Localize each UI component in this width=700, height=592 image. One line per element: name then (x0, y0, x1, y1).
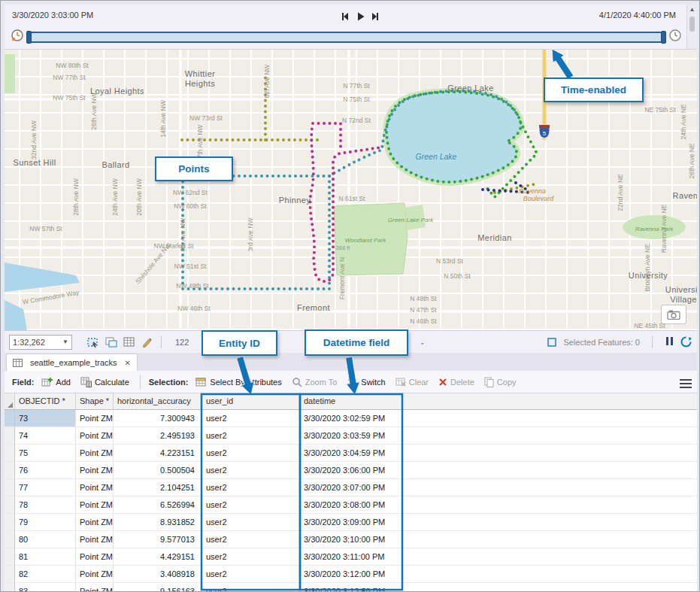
table-row[interactable]: 79Point ZM8.931852user23/30/2020 3:09:00… (5, 514, 697, 531)
zoom-to-button[interactable]: Zoom To (289, 375, 340, 389)
time-slider-track[interactable] (29, 32, 664, 43)
time-slider-start-handle[interactable] (26, 31, 32, 44)
column-header-objectid[interactable]: OBJECTID * (15, 393, 76, 410)
time-zone-icon[interactable] (668, 29, 682, 45)
column-header-horizontal-accuracy[interactable]: horizontal_accuracy (114, 393, 202, 410)
table-cell[interactable]: 74 (15, 427, 76, 445)
table-row[interactable]: 74Point ZM2.495193user23/30/2020 3:03:59… (5, 427, 697, 445)
table-cell[interactable]: 4.223151 (114, 445, 202, 462)
copy-button[interactable]: Copy (482, 375, 519, 389)
table-cell[interactable]: 3.408918 (114, 566, 202, 583)
table-cell[interactable]: 6.526994 (114, 496, 202, 514)
table-row[interactable]: 81Point ZM4.429151user23/30/2020 3:11:00… (5, 548, 697, 566)
table-cell[interactable]: 3/30/2020 3:02:59 PM (300, 410, 402, 427)
map-scale-select[interactable]: 1:32,262 ▼ (9, 335, 72, 350)
row-selector[interactable] (5, 548, 15, 566)
table-cell[interactable]: user2 (202, 548, 300, 566)
table-cell[interactable]: 2.104251 (114, 479, 202, 496)
table-cell[interactable]: user2 (202, 445, 300, 462)
table-cell[interactable]: 7.300943 (114, 410, 202, 427)
table-cell[interactable]: Point ZM (76, 566, 114, 583)
table-row[interactable]: 77Point ZM2.104251user23/30/2020 3:07:00… (5, 479, 697, 496)
table-cell[interactable]: user2 (202, 410, 300, 427)
table-cell[interactable]: user2 (202, 583, 300, 592)
row-selector[interactable] (5, 427, 15, 445)
table-cell[interactable]: 75 (15, 445, 76, 462)
table-grid-icon[interactable] (122, 335, 137, 350)
column-header-datetime[interactable]: datetime (300, 393, 402, 410)
table-cell[interactable]: Point ZM (76, 427, 114, 445)
table-row[interactable]: 80Point ZM9.577013user23/30/2020 3:10:00… (5, 531, 697, 548)
column-header-user-id[interactable]: user_id (202, 393, 300, 410)
table-cell[interactable]: user2 (202, 479, 300, 496)
table-cell[interactable]: 78 (15, 496, 76, 514)
time-settings-icon[interactable] (11, 29, 24, 45)
table-cell[interactable]: 3/30/2020 3:07:00 PM (300, 479, 402, 496)
table-cell[interactable]: 83 (15, 583, 76, 592)
table-cell[interactable]: 80 (15, 531, 76, 548)
table-cell[interactable]: 2.495193 (114, 427, 202, 445)
table-cell[interactable]: 3/30/2020 3:06:00 PM (300, 462, 402, 479)
table-cell[interactable]: Point ZM (76, 531, 114, 548)
select-by-attributes-button[interactable]: Select By Attributes (193, 375, 283, 389)
row-selector[interactable] (5, 514, 15, 531)
row-selector[interactable] (5, 531, 15, 548)
table-cell[interactable]: user2 (202, 427, 300, 445)
table-cell[interactable]: user2 (202, 514, 300, 531)
explore-tool-icon[interactable] (104, 335, 119, 350)
table-cell[interactable]: 3/30/2020 3:10:00 PM (300, 531, 402, 548)
table-cell[interactable]: Point ZM (76, 462, 114, 479)
corner-selector[interactable] (5, 393, 15, 410)
scroll-thumb[interactable] (689, 17, 695, 32)
table-cell[interactable]: user2 (202, 496, 300, 514)
add-field-button[interactable]: Add (39, 375, 73, 389)
clear-selection-button[interactable]: Clear (393, 375, 431, 389)
table-cell[interactable]: 79 (15, 514, 76, 531)
table-cell[interactable]: 3/30/2020 3:12:59 PM (300, 583, 402, 592)
table-cell[interactable]: 3/30/2020 3:12:00 PM (300, 566, 402, 583)
table-cell[interactable]: user2 (202, 531, 300, 548)
refresh-icon[interactable] (680, 335, 692, 348)
table-cell[interactable]: Point ZM (76, 445, 114, 462)
map-snapshot-button[interactable] (661, 305, 686, 324)
table-cell[interactable]: Point ZM (76, 548, 114, 566)
table-cell[interactable]: Point ZM (76, 514, 114, 531)
table-cell[interactable]: Point ZM (76, 496, 114, 514)
calculate-field-button[interactable]: Calculate (78, 375, 132, 389)
menu-icon[interactable] (680, 377, 692, 390)
table-cell[interactable]: 9.156163 (114, 583, 202, 592)
table-cell[interactable]: user2 (202, 566, 300, 583)
time-slider-end-handle[interactable] (661, 31, 666, 44)
table-row[interactable]: 73Point ZM7.300943user23/30/2020 3:02:59… (5, 410, 697, 427)
close-icon[interactable]: ✕ (125, 359, 131, 367)
table-cell[interactable]: 0.500504 (114, 462, 202, 479)
table-row[interactable]: 75Point ZM4.223151user23/30/2020 3:04:59… (5, 445, 697, 462)
table-cell[interactable]: 81 (15, 548, 76, 566)
select-features-icon[interactable] (86, 335, 101, 350)
table-cell[interactable]: Point ZM (76, 410, 114, 427)
table-row[interactable]: 78Point ZM6.526994user23/30/2020 3:08:00… (5, 496, 697, 514)
row-selector[interactable] (5, 410, 15, 427)
switch-selection-button[interactable]: Switch (344, 375, 387, 388)
scroll-up-icon[interactable]: ▲ (687, 5, 697, 13)
panel-scrollbar[interactable]: ▲ (686, 5, 697, 49)
table-row[interactable]: 82Point ZM3.408918user23/30/2020 3:12:00… (5, 566, 697, 583)
table-cell[interactable]: 76 (15, 462, 76, 479)
step-back-icon[interactable] (340, 11, 350, 22)
table-cell[interactable]: 8.931852 (114, 514, 202, 531)
step-forward-icon[interactable] (370, 11, 380, 22)
pause-icon[interactable] (665, 337, 674, 347)
table-cell[interactable]: 3/30/2020 3:08:00 PM (300, 496, 402, 514)
coordinate-chevron-icon[interactable]: ⌄ (420, 339, 426, 346)
play-icon[interactable] (355, 11, 365, 22)
delete-button[interactable]: Delete (436, 376, 477, 388)
row-selector[interactable] (5, 496, 15, 514)
row-selector[interactable] (5, 583, 15, 592)
table-cell[interactable]: 3/30/2020 3:11:00 PM (300, 548, 402, 566)
row-selector[interactable] (5, 462, 15, 479)
row-selector[interactable] (5, 479, 15, 496)
row-selector[interactable] (5, 445, 15, 462)
table-cell[interactable]: 3/30/2020 3:04:59 PM (300, 445, 402, 462)
table-row[interactable]: 76Point ZM0.500504user23/30/2020 3:06:00… (5, 462, 697, 479)
tab-seattle-example-tracks[interactable]: seattle_example_tracks ✕ (6, 354, 138, 371)
